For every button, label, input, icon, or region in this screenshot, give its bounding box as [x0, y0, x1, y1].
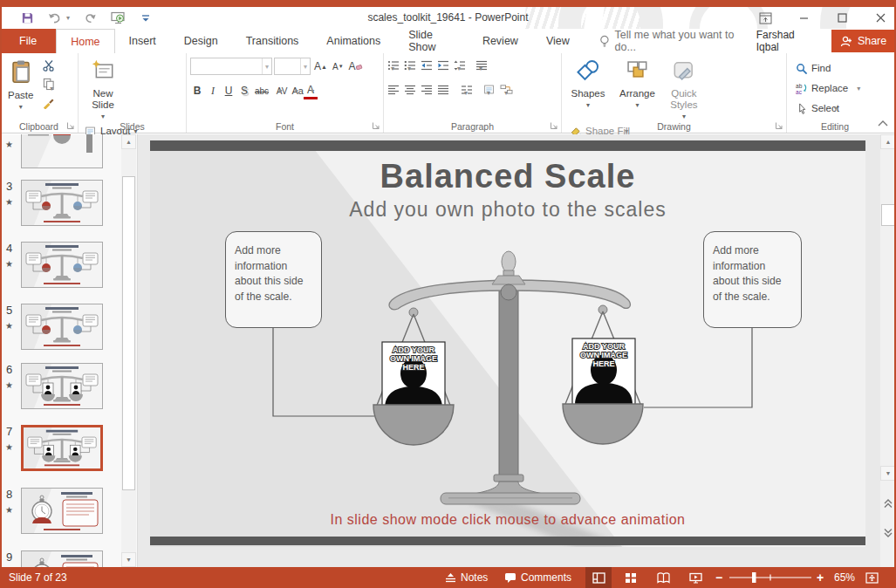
italic-button[interactable]: I [206, 82, 220, 99]
zoom-level[interactable]: 65% [834, 567, 855, 588]
slide[interactable]: ADD YOUR OWN IMAGE HERE ADD YOUR OWN IMA… [150, 140, 865, 547]
left-callout-box[interactable]: Add more information about this side of … [225, 231, 322, 328]
quick-styles-button[interactable]: Quick Styles ▾ [664, 56, 704, 119]
slide-thumbnail-8[interactable] [21, 488, 103, 534]
customize-quick-access-icon[interactable] [138, 10, 154, 26]
decrease-font-size-button[interactable]: A▼ [331, 58, 345, 75]
thumbnail-scrollbar[interactable]: ▲ ▼ [121, 134, 136, 567]
zoom-in-button[interactable]: + [817, 567, 824, 588]
cut-icon[interactable] [42, 59, 56, 75]
tab-file[interactable]: File [0, 29, 56, 53]
tab-transitions[interactable]: Transitions [232, 29, 313, 53]
underline-button[interactable]: U [222, 82, 236, 99]
align-center-button[interactable] [404, 83, 416, 99]
tab-insert[interactable]: Insert [115, 29, 170, 53]
undo-dropdown-icon[interactable]: ▾ [66, 14, 70, 22]
font-name-combobox[interactable]: ▾ [190, 58, 272, 75]
normal-view-button[interactable] [585, 567, 612, 588]
tab-home[interactable]: Home [56, 29, 114, 53]
slide-show-button[interactable] [682, 567, 708, 588]
replace-button[interactable]: abacReplace▾ [796, 79, 860, 97]
tell-me-box[interactable]: Tell me what you want to do... [599, 29, 756, 53]
align-right-button[interactable] [421, 83, 433, 99]
copy-icon[interactable]: ▾ [42, 78, 56, 94]
text-direction-button[interactable]: ▾ [475, 58, 488, 74]
slide-subtitle[interactable]: Add you own photo to the scales [150, 198, 865, 222]
slide-thumbnail-9[interactable] [21, 550, 103, 567]
slide-sorter-view-button[interactable] [618, 567, 644, 588]
fit-slide-to-window-button[interactable] [865, 567, 879, 588]
account-name[interactable]: Farshad Iqbal [756, 29, 831, 53]
right-callout-box[interactable]: Add more information about this side of … [703, 231, 802, 328]
slide-thumbnail-7-selected[interactable] [21, 425, 103, 471]
slide-thumbnail-5[interactable] [21, 304, 103, 350]
slide-thumbnail-2[interactable] [21, 134, 103, 168]
slide-scrollbar-thumb[interactable] [881, 204, 895, 226]
paste-button[interactable]: Paste ▾ [3, 56, 38, 119]
share-button[interactable]: Share [831, 30, 895, 52]
change-case-button[interactable]: Aa▾ [288, 82, 302, 99]
slide-thumbnail-4[interactable] [21, 242, 103, 288]
redo-icon[interactable] [82, 10, 98, 26]
text-shadow-button[interactable]: S [237, 82, 251, 99]
slide-title[interactable]: Balanced Scale [150, 158, 865, 195]
tab-animations[interactable]: Animations [312, 29, 394, 53]
format-painter-icon[interactable] [42, 97, 56, 113]
scroll-down-icon[interactable]: ▼ [121, 552, 136, 567]
convert-to-smartart-button[interactable]: ▾ [500, 83, 513, 99]
collapse-ribbon-icon[interactable] [877, 119, 889, 127]
zoom-out-button[interactable]: − [715, 567, 722, 588]
zoom-slider[interactable] [729, 567, 811, 588]
save-icon[interactable] [19, 10, 35, 26]
align-text-button[interactable]: ▾ [482, 83, 496, 99]
font-dialog-launcher-icon[interactable] [372, 121, 380, 130]
left-image-placeholder[interactable]: ADD YOUR OWN IMAGE HERE [382, 342, 445, 408]
increase-indent-button[interactable] [437, 58, 449, 74]
thumbnail-scrollbar-thumb[interactable] [122, 176, 135, 490]
line-spacing-button[interactable]: ▾ [454, 58, 466, 74]
undo-icon[interactable] [47, 10, 63, 26]
ribbon-display-options-icon[interactable] [755, 10, 776, 27]
shapes-button[interactable]: Shapes ▾ [565, 56, 611, 119]
font-size-combobox[interactable]: ▾ [274, 58, 311, 75]
tab-view[interactable]: View [532, 29, 584, 53]
character-spacing-button[interactable]: AV▾ [272, 82, 286, 99]
numbering-button[interactable]: ▾ [404, 58, 416, 74]
tab-design[interactable]: Design [170, 29, 232, 53]
new-slide-button[interactable]: New Slide ▾ [82, 56, 124, 119]
paragraph-dialog-launcher-icon[interactable] [550, 121, 558, 130]
maximize-icon[interactable] [831, 10, 852, 27]
bullets-button[interactable]: ▾ [387, 58, 400, 74]
select-button[interactable]: Select▾ [796, 99, 860, 117]
find-button[interactable]: Find [796, 59, 860, 77]
decrease-indent-button[interactable] [421, 58, 433, 74]
clear-formatting-button[interactable]: A [347, 58, 365, 75]
align-left-button[interactable] [387, 83, 400, 99]
bold-button[interactable]: B [190, 82, 204, 99]
close-icon[interactable] [870, 10, 891, 27]
comments-button[interactable]: Comments [504, 567, 571, 588]
slide-indicator[interactable]: Slide 7 of 23 [9, 567, 67, 588]
minimize-icon[interactable] [793, 10, 814, 27]
columns-button[interactable]: ▾ [461, 83, 473, 99]
tab-slide-show[interactable]: Slide Show [394, 29, 469, 53]
font-color-dropdown-icon[interactable]: ▾ [311, 87, 314, 95]
clipboard-dialog-launcher-icon[interactable] [66, 121, 75, 130]
right-image-placeholder[interactable]: ADD YOUR OWN IMAGE HERE [572, 338, 635, 405]
increase-font-size-button[interactable]: A▲ [312, 58, 329, 75]
justify-button[interactable] [437, 83, 449, 99]
reading-view-button[interactable] [650, 567, 676, 588]
slide-thumbnail-3[interactable] [21, 180, 103, 226]
share-label: Share [858, 35, 886, 47]
start-from-beginning-icon[interactable] [110, 10, 126, 26]
strikethrough-button[interactable]: abc [253, 82, 270, 99]
slide-thumbnail-6[interactable] [21, 363, 103, 409]
animation-star-icon: ★ [5, 321, 13, 331]
tab-review[interactable]: Review [469, 29, 532, 53]
animation-star-icon: ★ [5, 442, 13, 452]
scroll-up-icon[interactable]: ▲ [121, 134, 136, 149]
slide-footer-note[interactable]: In slide show mode click mouse to advanc… [150, 512, 865, 528]
arrange-button[interactable]: Arrange ▾ [614, 56, 660, 119]
notes-button[interactable]: Notes [445, 567, 488, 588]
drawing-dialog-launcher-icon[interactable] [775, 121, 783, 130]
